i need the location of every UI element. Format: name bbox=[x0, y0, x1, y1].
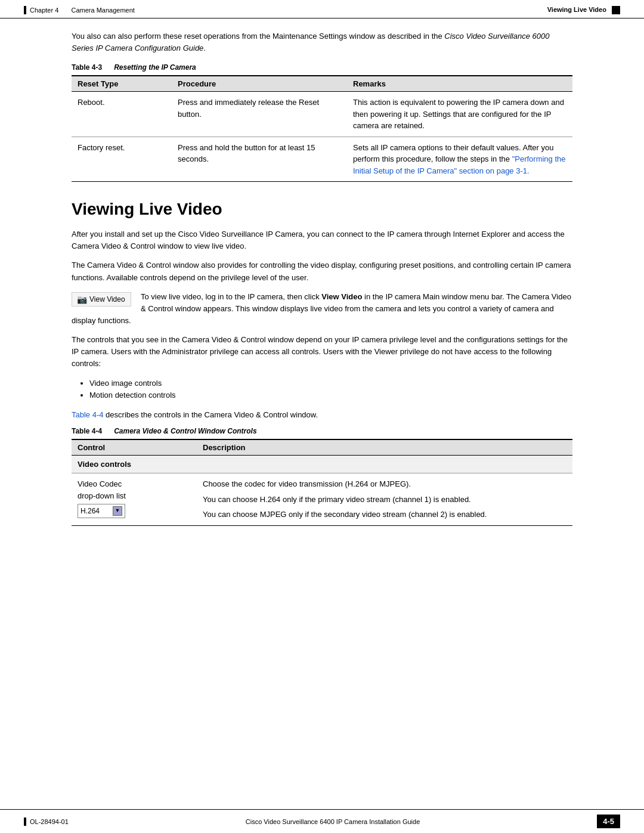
intro-paragraph: You also can also perform these reset op… bbox=[72, 30, 572, 54]
cell-remarks-1: This action is equivalent to powering th… bbox=[347, 92, 572, 137]
main-content: You also can also perform these reset op… bbox=[0, 18, 644, 550]
intro-text-before: You also can also perform these reset op… bbox=[72, 32, 444, 41]
footer-guide-title: Cisco Video Surveillance 6400 IP Camera … bbox=[246, 818, 420, 825]
cell-procedure-2: Press and hold the button for at least 1… bbox=[172, 137, 347, 182]
table3-caption: Table 4-3 Resetting the IP Camera bbox=[72, 63, 572, 72]
header-section-title: Viewing Live Video bbox=[547, 6, 606, 13]
table-row: Video Codec drop-down list H.264 ▼ Choos… bbox=[72, 473, 572, 526]
table-row: Reboot. Press and immediately release th… bbox=[72, 92, 572, 137]
bullet-list: Video image controls Motion detection co… bbox=[89, 377, 572, 402]
table3-title: Resetting the IP Camera bbox=[114, 63, 196, 72]
table3-col-remarks: Remarks bbox=[347, 76, 572, 92]
body-para1: After you install and set up the Cisco V… bbox=[72, 228, 572, 252]
table4-link[interactable]: Table 4-4 bbox=[72, 410, 103, 419]
desc-line1: Choose the codec for video transmission … bbox=[203, 478, 566, 490]
cell-reset-type-1: Reboot. bbox=[72, 92, 172, 137]
list-item: Video image controls bbox=[89, 377, 572, 390]
control-line1: Video Codec bbox=[78, 479, 122, 488]
intro-text-after: . bbox=[203, 44, 206, 52]
cell-description-1: Choose the codec for video transmission … bbox=[197, 473, 572, 526]
cell-reset-type-2: Factory reset. bbox=[72, 137, 172, 182]
page-number: 4-5 bbox=[597, 815, 620, 828]
view-video-label: View Video bbox=[89, 295, 125, 304]
cell-control-1: Video Codec drop-down list H.264 ▼ bbox=[72, 473, 197, 526]
table4-number: Table 4-4 bbox=[72, 427, 102, 435]
page-footer: OL-28494-01 Cisco Video Surveillance 640… bbox=[0, 809, 644, 833]
header-left: Chapter 4 Camera Management bbox=[24, 6, 135, 14]
cell-remarks-2: Sets all IP camera options to their defa… bbox=[347, 137, 572, 182]
section-heading: Viewing Live Video bbox=[72, 200, 572, 219]
para3-bold: View Video bbox=[321, 292, 362, 301]
table4-col-control: Control bbox=[72, 439, 197, 456]
page-header: Chapter 4 Camera Management Viewing Live… bbox=[0, 0, 644, 18]
chapter-title: Camera Management bbox=[71, 7, 134, 14]
video-controls-group-row: Video controls bbox=[72, 455, 572, 473]
table-link-after: describes the controls in the Camera Vid… bbox=[103, 410, 318, 419]
table4-caption: Table 4-4 Camera Video & Control Window … bbox=[72, 427, 572, 435]
chapter-label: Chapter 4 bbox=[30, 7, 58, 14]
table-row: Factory reset. Press and hold the button… bbox=[72, 137, 572, 182]
chapter-separator bbox=[62, 7, 67, 14]
view-video-icon-box: 📷 View Video bbox=[72, 292, 131, 306]
footer-center: Cisco Video Surveillance 6400 IP Camera … bbox=[246, 818, 420, 825]
footer-doc-id: OL-28494-01 bbox=[30, 818, 69, 825]
footer-bar-left bbox=[24, 817, 26, 826]
control-line2: drop-down list bbox=[78, 491, 126, 500]
body-para4: The controls that you see in the Camera … bbox=[72, 334, 572, 370]
para3-before: To view live video, log in to the IP cam… bbox=[141, 292, 321, 301]
table3-number: Table 4-3 bbox=[72, 63, 102, 72]
table3-col-procedure: Procedure bbox=[172, 76, 347, 92]
camera-icon: 📷 bbox=[77, 295, 87, 304]
body-para2: The Camera Video & Control window also p… bbox=[72, 259, 572, 283]
footer-right: 4-5 bbox=[597, 815, 620, 828]
cell-procedure-1: Press and immediately release the Reset … bbox=[172, 92, 347, 137]
video-controls-label: Video controls bbox=[72, 455, 572, 473]
footer-left: OL-28494-01 bbox=[24, 817, 69, 826]
dropdown-value: H.264 bbox=[80, 506, 100, 516]
header-bar-right bbox=[612, 6, 620, 14]
table3-col-reset: Reset Type bbox=[72, 76, 172, 92]
header-right: Viewing Live Video bbox=[547, 6, 620, 14]
table4: Control Description Video controls Video… bbox=[72, 439, 572, 526]
desc-line3: You can choose MJPEG only if the seconda… bbox=[203, 509, 566, 521]
table-link-line: Table 4-4 describes the controls in the … bbox=[72, 409, 572, 421]
header-bar-left bbox=[24, 6, 26, 14]
codec-dropdown[interactable]: H.264 ▼ bbox=[78, 504, 125, 518]
list-item: Motion detection controls bbox=[89, 389, 572, 402]
view-video-section: 📷 View Video To view live video, log in … bbox=[72, 291, 572, 334]
table4-title: Camera Video & Control Window Controls bbox=[114, 427, 256, 435]
dropdown-arrow-icon: ▼ bbox=[113, 506, 122, 516]
table4-col-description: Description bbox=[197, 439, 572, 456]
body-para3: To view live video, log in to the IP cam… bbox=[72, 291, 572, 327]
desc-line2: You can choose H.264 only if the primary… bbox=[203, 494, 566, 506]
table3: Reset Type Procedure Remarks Reboot. Pre… bbox=[72, 75, 572, 182]
